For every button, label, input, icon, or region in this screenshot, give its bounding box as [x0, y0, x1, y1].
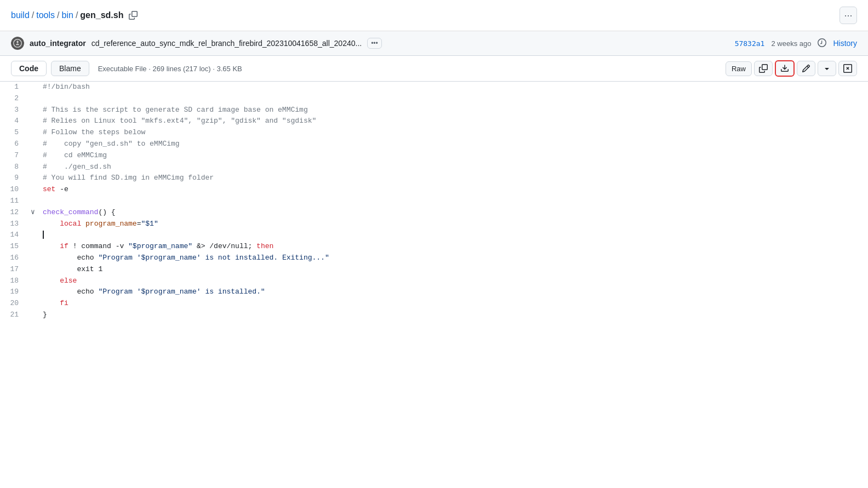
line-expand: [27, 252, 38, 264]
table-row: 17 exit 1: [0, 264, 868, 275]
line-code: # copy "gen_sd.sh" to eMMCimg: [38, 139, 868, 150]
line-number: 12: [0, 207, 27, 219]
commit-age: 2 weeks ago: [771, 39, 811, 48]
line-number: 11: [0, 196, 27, 207]
code-tab[interactable]: Code: [11, 61, 47, 76]
line-code: #!/bin/bash: [38, 82, 868, 93]
more-file-options-button[interactable]: [818, 61, 836, 76]
table-row: 10 set -e: [0, 184, 868, 196]
sep1: /: [32, 10, 34, 20]
line-expand: [27, 127, 38, 139]
table-row: 12 ∨ check_command() {: [0, 207, 868, 219]
line-expand: [27, 162, 38, 173]
table-row: 3 # This is the script to generate SD ca…: [0, 105, 868, 116]
table-row: 2: [0, 93, 868, 105]
breadcrumb-build[interactable]: build: [11, 10, 30, 20]
line-code: exit 1: [38, 264, 868, 275]
line-number: 7: [0, 150, 27, 162]
line-number: 17: [0, 264, 27, 275]
more-options-button[interactable]: ···: [840, 7, 857, 24]
line-expand: [27, 139, 38, 150]
line-expand: [27, 241, 38, 252]
breadcrumb-file: gen_sd.sh: [80, 10, 123, 20]
commit-bar: auto_integrator cd_reference_auto_sync_m…: [0, 31, 868, 56]
line-number: 9: [0, 173, 27, 184]
line-code: # You will find SD.img in eMMCimg folder: [38, 173, 868, 184]
line-code: check_command() {: [38, 207, 868, 219]
copy-raw-button[interactable]: [754, 61, 773, 76]
line-expand: [27, 116, 38, 127]
line-code: set -e: [38, 184, 868, 196]
line-code: echo "Program '$program_name' is not ins…: [38, 252, 868, 264]
table-row: 6 # copy "gen_sd.sh" to eMMCimg: [0, 139, 868, 150]
line-number: 1: [0, 82, 27, 93]
line-expand: [27, 298, 38, 309]
line-code: else: [38, 275, 868, 287]
line-expand: [27, 286, 38, 298]
line-expand: [27, 150, 38, 162]
line-number: 8: [0, 162, 27, 173]
sep2: /: [57, 10, 59, 20]
commit-info: auto_integrator cd_reference_auto_sync_m…: [11, 37, 382, 50]
commit-meta: 57832a1 2 weeks ago History: [735, 38, 857, 49]
breadcrumb-tools[interactable]: tools: [36, 10, 55, 20]
line-code: [38, 196, 868, 207]
raw-button[interactable]: Raw: [726, 61, 752, 76]
line-number: 19: [0, 286, 27, 298]
line-number: 18: [0, 275, 27, 287]
line-expand: [27, 184, 38, 196]
table-row: 11: [0, 196, 868, 207]
line-expand: [27, 219, 38, 230]
line-number: 6: [0, 139, 27, 150]
line-code: # Relies on Linux tool "mkfs.ext4", "gzi…: [38, 116, 868, 127]
toolbar-tabs: Code Blame Executable File · 269 lines (…: [11, 61, 242, 76]
copy-path-icon[interactable]: [129, 11, 138, 20]
line-expand: [27, 82, 38, 93]
table-row: 19 echo "Program '$program_name' is inst…: [0, 286, 868, 298]
line-expand: [27, 196, 38, 207]
commit-message: cd_reference_auto_sync_mdk_rel_branch_fi…: [92, 39, 362, 48]
toolbar-actions: Raw: [726, 60, 857, 77]
table-row: 5 # Follow the steps below: [0, 127, 868, 139]
line-code: # Follow the steps below: [38, 127, 868, 139]
table-row: 18 else: [0, 275, 868, 287]
line-code: # cd eMMCimg: [38, 150, 868, 162]
table-row: 20 fi: [0, 298, 868, 309]
breadcrumb: build / tools / bin / gen_sd.sh: [11, 10, 138, 20]
breadcrumb-bin[interactable]: bin: [62, 10, 73, 20]
line-number: 3: [0, 105, 27, 116]
commit-expand-button[interactable]: •••: [367, 38, 382, 49]
line-code: # This is the script to generate SD card…: [38, 105, 868, 116]
avatar: [11, 37, 24, 50]
file-meta: Executable File · 269 lines (217 loc) · …: [98, 65, 242, 73]
table-row: 4 # Relies on Linux tool "mkfs.ext4", "g…: [0, 116, 868, 127]
blame-tab[interactable]: Blame: [51, 61, 89, 76]
line-number: 13: [0, 219, 27, 230]
line-number: 5: [0, 127, 27, 139]
three-dots-label: ···: [844, 10, 852, 21]
commit-hash[interactable]: 57832a1: [735, 39, 765, 48]
table-row: 1 #!/bin/bash: [0, 82, 868, 93]
sep3: /: [76, 10, 78, 20]
line-number: 2: [0, 93, 27, 105]
table-row: 21 }: [0, 309, 868, 321]
table-row: 15 if ! command -v "$program_name" &> /d…: [0, 241, 868, 252]
line-number: 21: [0, 309, 27, 321]
line-number: 20: [0, 298, 27, 309]
commit-author[interactable]: auto_integrator: [30, 39, 86, 48]
table-row: 7 # cd eMMCimg: [0, 150, 868, 162]
table-row: 8 # ./gen_sd.sh: [0, 162, 868, 173]
history-clock-icon: [818, 38, 826, 49]
code-table: 1 #!/bin/bash 2 3 # This is the script t…: [0, 82, 868, 321]
line-expand[interactable]: ∨: [27, 207, 38, 219]
line-number: 14: [0, 229, 27, 241]
edit-button[interactable]: [797, 61, 815, 76]
line-number: 15: [0, 241, 27, 252]
line-number: 4: [0, 116, 27, 127]
line-code: local program_name="$1": [38, 219, 868, 230]
top-bar: build / tools / bin / gen_sd.sh ···: [0, 0, 868, 31]
line-expand: [27, 173, 38, 184]
symbols-button[interactable]: [838, 61, 857, 76]
download-button[interactable]: [775, 60, 795, 77]
history-button[interactable]: History: [833, 39, 857, 48]
